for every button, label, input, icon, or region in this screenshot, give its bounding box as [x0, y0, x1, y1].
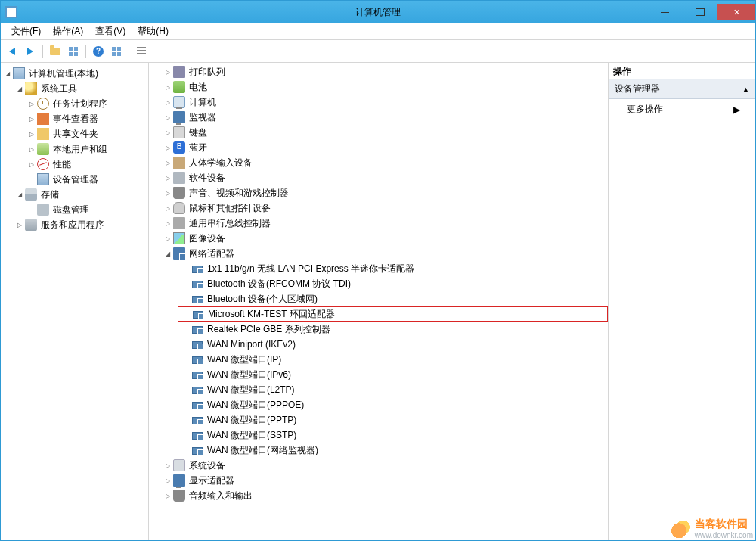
separator [85, 45, 86, 58]
dev-computer[interactable]: 计算机 [149, 95, 608, 110]
bluetooth-icon [173, 141, 185, 154]
network-adapter-item[interactable]: WAN 微型端口(网络监视器) [178, 443, 608, 458]
dev-keyboards[interactable]: 键盘 [149, 125, 608, 140]
tree-item-disk-management[interactable]: 磁盘管理 [26, 202, 147, 217]
dev-print-queues[interactable]: 打印队列 [149, 64, 608, 79]
properties-button[interactable] [65, 43, 82, 60]
dev-mouse[interactable]: 鼠标和其他指针设备 [149, 201, 608, 216]
separator [129, 45, 129, 58]
up-button[interactable] [47, 43, 64, 60]
toggle-icon[interactable] [14, 219, 25, 230]
network-adapter-item[interactable]: WAN Miniport (IKEv2) [178, 337, 608, 352]
titlebar[interactable]: 计算机管理 [1, 1, 755, 23]
toggle-icon[interactable] [163, 157, 173, 168]
tree-item-system-tools[interactable]: 系统工具 [14, 81, 147, 96]
dev-usb[interactable]: 通用串行总线控制器 [149, 216, 608, 231]
toggle-icon[interactable] [163, 490, 173, 501]
toggle-icon[interactable] [163, 173, 173, 183]
back-button[interactable] [4, 43, 20, 60]
toggle-icon[interactable] [163, 233, 173, 244]
toggle-icon[interactable] [163, 475, 173, 486]
dev-software[interactable]: 软件设备 [149, 170, 608, 185]
actions-section-title[interactable]: 设备管理器 ▲ [609, 79, 755, 99]
tree-label: WAN 微型端口(L2TP) [206, 383, 296, 397]
toggle-icon[interactable] [163, 127, 173, 138]
dev-batteries[interactable]: 电池 [149, 79, 608, 95]
maximize-button[interactable] [683, 4, 717, 20]
network-adapter-item[interactable]: WAN 微型端口(IP) [178, 352, 608, 367]
menu-action[interactable]: 操作(A) [47, 23, 89, 39]
toggle-icon[interactable] [163, 97, 173, 107]
netadapter-icon [191, 323, 203, 335]
list-icon [137, 47, 146, 56]
tree-item-device-manager[interactable]: 设备管理器 [26, 172, 147, 187]
network-adapter-item[interactable]: WAN 微型端口(SSTP) [178, 428, 608, 443]
network-adapter-item[interactable]: Bluetooth 设备(个人区域网) [178, 291, 608, 306]
toggle-icon[interactable] [163, 82, 173, 92]
dev-network-adapters[interactable]: 网络适配器 [149, 246, 608, 261]
dev-hid[interactable]: 人体学输入设备 [149, 155, 608, 170]
dev-monitors[interactable]: 监视器 [149, 110, 608, 125]
tree-label: 通用串行总线控制器 [187, 216, 272, 231]
netadapter-icon [191, 353, 203, 365]
toggle-icon[interactable] [26, 144, 37, 154]
toggle-icon[interactable] [26, 159, 37, 169]
toggle-icon[interactable] [14, 189, 25, 200]
toggle-icon[interactable] [163, 67, 173, 77]
forward-button[interactable] [22, 43, 39, 60]
dev-imaging[interactable]: 图像设备 [149, 231, 608, 246]
toggle-icon[interactable] [26, 129, 37, 139]
help-button[interactable] [90, 43, 107, 60]
toggle-icon[interactable] [163, 218, 173, 229]
menu-file[interactable]: 文件(F) [5, 23, 47, 39]
refresh-button[interactable] [133, 43, 150, 60]
more-actions-item[interactable]: 更多操作 ▶ [609, 99, 755, 120]
center-scroll[interactable]: 打印队列 电池 计算机 监视器 键盘 蓝牙 人体学输入设备 软件设备 声音、视频… [149, 64, 608, 539]
collapse-icon[interactable]: ▲ [742, 86, 749, 93]
dev-sound[interactable]: 声音、视频和游戏控制器 [149, 185, 608, 201]
network-adapter-item[interactable]: WAN 微型端口(PPTP) [178, 412, 608, 428]
watermark-brand: 当客软件园 [695, 518, 753, 531]
tree-item-root[interactable]: 计算机管理(本地) [2, 66, 147, 81]
toggle-icon[interactable] [163, 203, 173, 213]
network-adapter-item[interactable]: Realtek PCIe GBE 系列控制器 [178, 322, 608, 337]
dev-audio-io[interactable]: 音频输入和输出 [149, 488, 608, 503]
computer-icon [173, 96, 185, 108]
dev-bluetooth[interactable]: 蓝牙 [149, 140, 608, 155]
toggle-icon[interactable] [26, 98, 37, 109]
toggle-icon[interactable] [26, 113, 37, 124]
tree-item-services[interactable]: 服务和应用程序 [14, 217, 147, 232]
toggle-icon[interactable] [163, 142, 173, 153]
tree-item-event-viewer[interactable]: 事件查看器 [26, 111, 147, 126]
network-adapter-item[interactable]: 1x1 11b/g/n 无线 LAN PCI Express 半迷你卡适配器 [178, 261, 608, 276]
tree-item-shared-folders[interactable]: 共享文件夹 [26, 126, 147, 141]
minimize-button[interactable] [648, 4, 683, 20]
left-tree-pane[interactable]: 计算机管理(本地) 系统工具 任务计划程序 事件查看器 共享文件夹 [1, 63, 149, 540]
menu-help[interactable]: 帮助(H) [132, 23, 175, 39]
toggle-icon[interactable] [14, 83, 25, 94]
toggle-icon[interactable] [163, 460, 173, 471]
tree-item-task-scheduler[interactable]: 任务计划程序 [26, 96, 147, 111]
menu-view[interactable]: 查看(V) [89, 23, 132, 39]
network-adapter-item[interactable]: Microsoft KM-TEST 环回适配器 [178, 306, 608, 322]
toggle-icon[interactable] [163, 248, 173, 259]
tree-item-performance[interactable]: 性能 [26, 157, 147, 172]
toggle-icon[interactable] [163, 112, 173, 123]
watermark-logo-icon [671, 520, 692, 538]
network-adapter-item[interactable]: WAN 微型端口(IPv6) [178, 367, 608, 382]
network-adapter-item[interactable]: Bluetooth 设备(RFCOMM 协议 TDI) [178, 276, 608, 291]
view-button[interactable] [108, 43, 125, 60]
toggle-icon[interactable] [163, 188, 173, 198]
tree-item-storage[interactable]: 存储 [14, 187, 147, 202]
netadapter-icon [191, 263, 203, 275]
network-adapter-item[interactable]: WAN 微型端口(PPPOE) [178, 397, 608, 412]
more-actions-label: 更多操作 [627, 103, 663, 116]
tree-item-local-users[interactable]: 本地用户和组 [26, 141, 147, 157]
actions-pane: 操作 设备管理器 ▲ 更多操作 ▶ [609, 63, 755, 540]
dev-display-adapters[interactable]: 显示适配器 [149, 473, 608, 488]
toggle-icon[interactable] [2, 68, 13, 79]
dev-system-devices[interactable]: 系统设备 [149, 458, 608, 473]
network-adapter-item[interactable]: WAN 微型端口(L2TP) [178, 382, 608, 397]
close-button[interactable] [717, 4, 755, 20]
watermark: 当客软件园 www.downkr.com [671, 518, 753, 539]
